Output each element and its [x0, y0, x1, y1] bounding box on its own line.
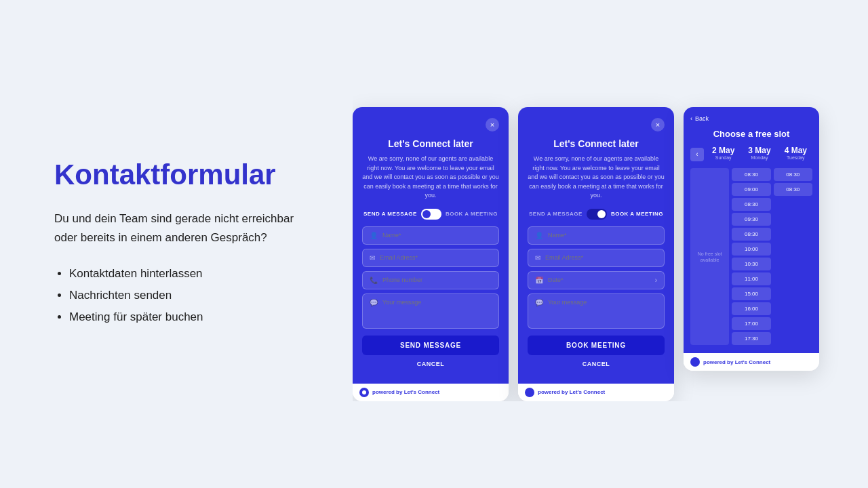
- message-field-1[interactable]: 💬: [362, 293, 499, 329]
- email-icon-2: ✉: [535, 254, 540, 262]
- time-slot-1600[interactable]: 16:00: [732, 302, 770, 315]
- card1-header: ×: [362, 118, 499, 131]
- date-weekday-3: Tuesday: [779, 155, 812, 160]
- card3-inner: ‹ Back Choose a free slot ‹ 2 May Sunday…: [684, 107, 819, 353]
- date-weekday-2: Monday: [743, 155, 776, 160]
- slot-col-3: 08:30 08:30: [774, 168, 812, 345]
- time-slot-c3-2[interactable]: 08:30: [774, 183, 812, 196]
- email-field-1[interactable]: ✉: [362, 249, 499, 267]
- toggle-book-label-2: BOOK A MEETING: [611, 211, 663, 217]
- time-slot-c3-1[interactable]: 08:30: [774, 168, 812, 181]
- send-message-button[interactable]: SEND MESSAGE: [362, 336, 499, 355]
- calendar-icon-2: 📅: [535, 277, 543, 284]
- close-button-2[interactable]: ×: [651, 118, 665, 131]
- name-field-1[interactable]: 👤: [362, 226, 499, 245]
- card3-footer: powered by Let's Connect: [684, 353, 819, 371]
- time-slot-1730[interactable]: 17:30: [732, 332, 770, 345]
- message-textarea-1[interactable]: [382, 299, 492, 323]
- cards-area: × Let's Connect later We are sorry, none…: [353, 87, 868, 401]
- prev-arrow[interactable]: ‹: [690, 148, 704, 161]
- email-icon-1: ✉: [370, 254, 375, 262]
- time-slot-0830b[interactable]: 08:30: [732, 198, 770, 211]
- toggle-book-label: BOOK A MEETING: [446, 211, 498, 217]
- user-icon-1: 👤: [370, 232, 378, 239]
- date-col-1: 2 May Sunday: [707, 146, 740, 163]
- name-field-2[interactable]: 👤: [528, 226, 665, 245]
- bullet-item-1: Kontaktdaten hinterlassen: [69, 263, 312, 285]
- phone-input-1[interactable]: [382, 277, 492, 283]
- time-slot-1000[interactable]: 10:00: [732, 243, 770, 256]
- email-input-2[interactable]: [545, 254, 657, 261]
- back-button[interactable]: ‹ Back: [690, 115, 812, 122]
- slot-col-1: No free slot available: [690, 168, 729, 345]
- time-slot-0830c[interactable]: 08:30: [732, 228, 770, 241]
- footer-logo-2: [525, 388, 534, 397]
- dates-grid: 2 May Sunday 3 May Monday 4 May Tuesday: [707, 146, 812, 163]
- svg-point-0: [362, 390, 366, 394]
- slots-title: Choose a free slot: [690, 129, 812, 139]
- back-label: Back: [695, 115, 709, 122]
- bullet-list: Kontaktdaten hinterlassen Nachrichten se…: [54, 263, 312, 329]
- footer-text-1: powered by Let's Connect: [372, 389, 439, 395]
- date-day-3: 4 May: [779, 146, 812, 155]
- phone-icon-1: 📞: [370, 277, 378, 284]
- date-field-2[interactable]: 📅 ›: [528, 271, 665, 289]
- card2-title: Let's Connect later: [528, 138, 665, 149]
- email-field-2[interactable]: ✉: [528, 249, 665, 267]
- date-nav: ‹ 2 May Sunday 3 May Monday 4 May Tuesda…: [690, 146, 812, 163]
- cancel-link-1[interactable]: CANCEL: [362, 361, 499, 375]
- cancel-link-2[interactable]: CANCEL: [528, 361, 665, 375]
- toggle-switch-1[interactable]: [421, 209, 441, 220]
- name-input-2[interactable]: [548, 232, 657, 239]
- time-slot-1030[interactable]: 10:30: [732, 258, 770, 270]
- date-input-2[interactable]: [548, 277, 650, 283]
- page-description: Du und dein Team sind gerade nicht errei…: [54, 209, 312, 246]
- chevron-icon-2: ›: [655, 277, 657, 284]
- card-choose-slot: ‹ Back Choose a free slot ‹ 2 May Sunday…: [684, 107, 819, 371]
- card1-title: Let's Connect later: [362, 138, 499, 149]
- card2-inner: × Let's Connect later We are sorry, none…: [518, 107, 674, 384]
- email-input-1[interactable]: [380, 254, 492, 261]
- footer-text-3: powered by Let's Connect: [703, 359, 770, 365]
- name-input-1[interactable]: [382, 232, 492, 239]
- card1-inner: × Let's Connect later We are sorry, none…: [353, 107, 509, 384]
- slot-col-2: 08:30 09:00 08:30 09:30 08:30 10:00 10:3…: [732, 168, 770, 345]
- message-field-2[interactable]: 💬: [528, 293, 665, 329]
- phone-field-1[interactable]: 📞: [362, 271, 499, 289]
- toggle-send-label-2: SEND A MESSAGE: [529, 211, 583, 217]
- card2-description: We are sorry, none of our agents are ava…: [528, 155, 665, 201]
- book-meeting-button[interactable]: BOOK MEETING: [528, 336, 665, 355]
- date-col-2: 3 May Monday: [743, 146, 776, 163]
- close-button[interactable]: ×: [486, 118, 499, 131]
- footer-text-2: powered by Let's Connect: [538, 389, 605, 395]
- time-slot-0930[interactable]: 09:30: [732, 213, 770, 226]
- slots-area: No free slot available 08:30 09:00 08:30…: [690, 168, 812, 345]
- date-col-3: 4 May Tuesday: [779, 146, 812, 163]
- time-slot-1100[interactable]: 11:00: [732, 272, 770, 285]
- svg-point-2: [693, 360, 697, 364]
- message-icon-1: 💬: [370, 299, 378, 306]
- toggle-thumb-1: [422, 210, 431, 218]
- card1-footer: powered by Let's Connect: [353, 384, 509, 401]
- bullet-item-2: Nachrichten senden: [69, 285, 312, 306]
- toggle-row-1: SEND A MESSAGE BOOK A MEETING: [362, 209, 499, 220]
- card2-footer: powered by Let's Connect: [518, 384, 674, 401]
- svg-point-1: [528, 390, 532, 394]
- message-textarea-2[interactable]: [548, 299, 657, 323]
- back-chevron-icon: ‹: [690, 115, 692, 122]
- toggle-thumb-2: [597, 210, 606, 218]
- card2-header: ×: [528, 118, 665, 131]
- bullet-item-3: Meeting für später buchen: [69, 306, 312, 328]
- footer-logo-1: [359, 388, 369, 397]
- card-book-meeting: × Let's Connect later We are sorry, none…: [518, 107, 674, 401]
- time-slot-1700[interactable]: 17:00: [732, 317, 770, 330]
- date-day-2: 3 May: [743, 146, 776, 155]
- footer-logo-3: [690, 357, 700, 367]
- toggle-send-label: SEND A MESSAGE: [363, 211, 417, 217]
- toggle-row-2: SEND A MESSAGE BOOK A MEETING: [528, 209, 665, 220]
- time-slot-0800[interactable]: 08:30: [732, 168, 770, 181]
- toggle-switch-2[interactable]: [587, 209, 607, 220]
- time-slot-0900[interactable]: 09:00: [732, 183, 770, 196]
- time-slot-1500[interactable]: 15:00: [732, 287, 770, 300]
- card-send-message: × Let's Connect later We are sorry, none…: [353, 107, 509, 401]
